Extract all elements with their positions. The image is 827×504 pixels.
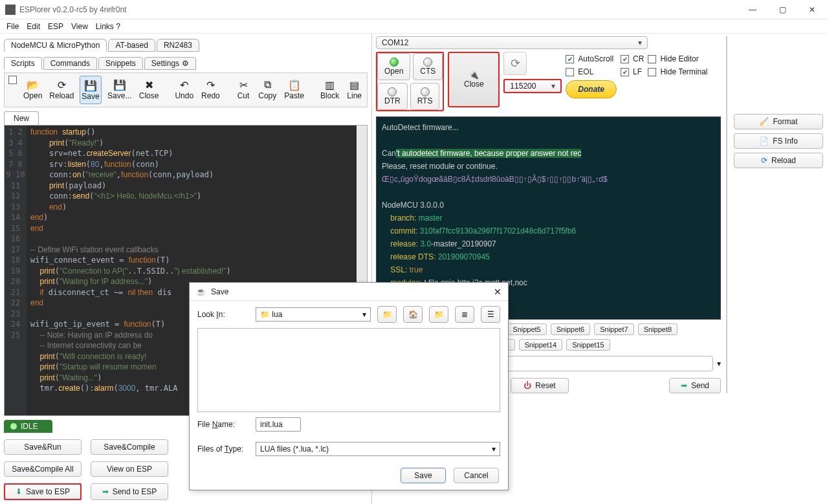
tb-copy[interactable]: ⧉Copy [257,76,278,103]
dialog-title: Save [211,287,228,296]
file-tab-new[interactable]: New [4,111,39,125]
tb-undo[interactable]: ↶Undo [173,76,195,103]
open-icon: 📂 [27,78,39,91]
tab-nodemcu[interactable]: NodeMCU & MicroPython [4,39,107,52]
tab-rn2483[interactable]: RN2483 [157,39,199,52]
line-icon: ▤ [348,78,361,91]
tab-atbased[interactable]: AT-based [108,39,155,52]
minimize-button[interactable]: — [738,0,767,19]
chk-lf[interactable]: ✔ [621,68,629,76]
dialog-save-button[interactable]: Save [401,468,446,483]
btn-reset[interactable]: ⏻Reset [511,378,569,393]
java-icon: ☕ [196,287,206,296]
filename-input[interactable]: init.lua [256,417,301,432]
file-browser[interactable] [197,328,500,412]
port-select[interactable]: COM12 ▾ [376,36,648,49]
btn-fs-reload[interactable]: ⟳Reload [734,153,823,168]
file-tabs: New [4,111,368,125]
tab-settings[interactable]: Settings⚙ [144,57,196,70]
window-controls: — ▢ ✕ [738,0,827,19]
chk-autoscroll[interactable]: ✔ [566,55,574,63]
dialog-cancel-button[interactable]: Cancel [454,468,499,483]
btn-send-to-esp[interactable]: ➡Send to ESP [91,483,168,500]
btn-rts[interactable]: RTS [410,83,440,110]
btn-fsinfo[interactable]: 📄FS Info [734,133,823,149]
btn-format[interactable]: 🧹Format [734,114,823,129]
menu-esp[interactable]: ESP [48,22,63,31]
dialog-close-button[interactable]: ✕ [494,287,502,297]
tb-close[interactable]: ✖Close [138,76,160,103]
tab-scripts[interactable]: Scripts [4,57,42,70]
lbl-filename: File Name: [197,420,249,429]
btn-cts[interactable]: CTS [413,53,443,80]
chevron-down-icon: ▾ [638,38,642,47]
tb-block[interactable]: ▥Block [319,76,340,103]
btn-open-port[interactable]: Open [377,53,410,80]
btn-view-on-esp[interactable]: View on ESP [91,461,168,477]
filetype-select[interactable]: LUA files (*.lua, *.lc) ▾ [256,442,500,456]
btn-home[interactable]: 🏠 [403,306,423,323]
menu-file[interactable]: File [6,22,19,31]
close-window-button[interactable]: ✕ [797,0,827,19]
snippet8[interactable]: Snippet8 [638,323,678,335]
snippet7[interactable]: Snippet7 [594,323,634,335]
btn-save-run[interactable]: Save&Run [4,439,82,455]
tb-save[interactable]: 💾Save [80,76,101,104]
redo-icon: ↷ [204,78,217,91]
chk-hideeditor[interactable] [648,55,656,63]
btn-send[interactable]: ➡Send [669,378,721,393]
gear-icon: ⚙ [182,59,189,68]
snippet14[interactable]: Snippet14 [519,339,563,351]
filetype-value: LUA files (*.lua, *.lc) [260,444,329,454]
led-icon [388,87,397,96]
tb-reload[interactable]: ⟳Reload [49,76,74,103]
btn-up-folder[interactable]: 📁 [377,306,397,323]
btn-new-folder[interactable]: 📁 [429,306,448,323]
tab-commands[interactable]: Commands [43,57,97,70]
home-icon: 🏠 [408,310,418,319]
dialog-titlebar: ☕ Save ✕ [190,283,508,301]
paste-icon: 📋 [288,78,301,91]
btn-refresh-ports[interactable]: ⟳ [503,52,527,75]
snippet15[interactable]: Snippet15 [566,339,610,351]
btn-close-port[interactable]: 🔌 Close [448,52,500,107]
chevron-down-icon: ▾ [362,310,366,319]
lbl-eol: EOL [578,67,593,76]
lookin-select[interactable]: 📁 lua ▾ [256,307,371,322]
menu-view[interactable]: View [71,22,88,31]
chk-eol[interactable] [566,68,574,76]
tb-line[interactable]: ▤Line [346,76,363,103]
format-icon: 🧹 [759,117,769,126]
tb-cut[interactable]: ✂Cut [235,76,252,103]
btn-list-view[interactable]: ≣ [455,306,474,323]
btn-save-compile[interactable]: Save&Compile [91,439,168,455]
btn-details-view[interactable]: ☰ [481,306,500,323]
tb-paste[interactable]: 📋Paste [283,76,305,103]
btn-dtr[interactable]: DTR [377,83,408,110]
tb-redo[interactable]: ↷Redo [200,76,221,103]
baud-value: 115200 [510,82,536,91]
baud-select[interactable]: 115200 ▾ [503,79,562,93]
reload-icon: ⟳ [55,78,68,91]
tab-snippets[interactable]: Snippets [98,57,143,70]
tb-open[interactable]: 📂Open [22,76,43,103]
newfolder-icon: 📁 [434,310,444,319]
main-tabs: NodeMCU & MicroPython AT-based RN2483 [4,39,368,52]
menu-links[interactable]: Links ? [96,22,120,31]
snippet6[interactable]: Snippet6 [551,323,590,335]
snippet5[interactable]: Snippet5 [507,323,546,335]
chk-cr[interactable]: ✔ [621,55,629,63]
btn-save-to-esp[interactable]: ⬇Save to ESP [4,483,82,500]
maximize-button[interactable]: ▢ [767,0,797,19]
menu-edit[interactable]: Edit [27,22,40,31]
save-icon: 💾 [84,79,97,92]
toolbar-checkbox[interactable] [8,76,17,84]
chk-hideterminal[interactable] [648,68,656,76]
lbl-hideeditor: Hide Editor [660,54,698,63]
tb-saveas[interactable]: 💾Save... [107,76,133,103]
lbl-lf: LF [633,67,642,76]
menubar: File Edit ESP View Links ? [0,19,827,34]
btn-donate[interactable]: Donate [566,80,617,98]
chevron-down-icon[interactable]: ▾ [717,359,721,368]
btn-save-compile-all[interactable]: Save&Compile All [4,461,82,477]
